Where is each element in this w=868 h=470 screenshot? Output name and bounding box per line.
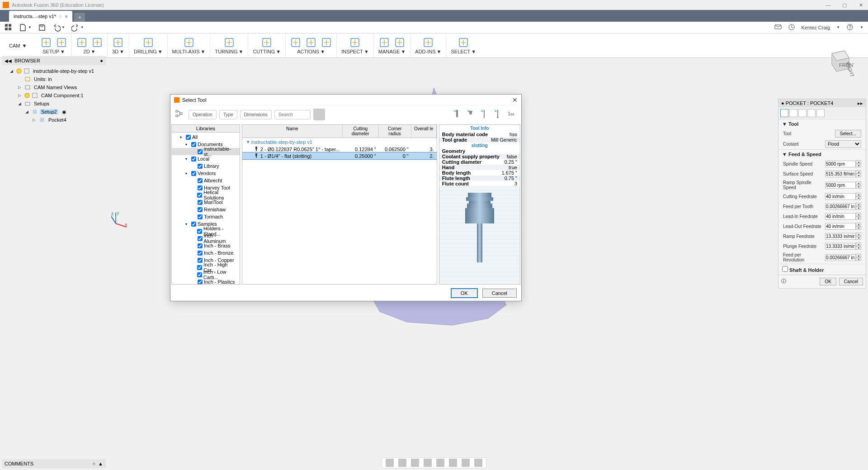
new-tab-button[interactable]: + bbox=[74, 13, 85, 22]
comments-caret-icon[interactable]: ▲ bbox=[98, 461, 103, 466]
tree-pocket4[interactable]: ▷Pocket4 bbox=[2, 116, 106, 124]
param-input[interactable] bbox=[825, 182, 856, 189]
ribbon-icon[interactable] bbox=[184, 37, 194, 48]
library-checkbox[interactable] bbox=[198, 164, 203, 169]
spin-up[interactable]: ▴ bbox=[856, 223, 861, 226]
help-icon[interactable]: ? bbox=[846, 24, 854, 32]
ribbon-icon[interactable] bbox=[261, 37, 272, 48]
tab-geometry[interactable] bbox=[789, 109, 797, 117]
param-input[interactable] bbox=[825, 243, 856, 250]
tree-units[interactable]: Units: in bbox=[2, 75, 106, 83]
clear-filters-button[interactable] bbox=[313, 109, 325, 120]
view-cube[interactable]: FRONT RIGHT bbox=[823, 45, 854, 77]
library-item[interactable]: ▾Vendors bbox=[172, 170, 240, 177]
ribbon-icon[interactable] bbox=[92, 37, 103, 48]
select-tool-button[interactable]: Select... bbox=[835, 130, 861, 138]
pan-icon[interactable] bbox=[411, 459, 419, 467]
ribbon-icon[interactable] bbox=[394, 37, 405, 48]
spin-up[interactable]: ▴ bbox=[856, 170, 861, 174]
spin-up[interactable]: ▴ bbox=[856, 233, 861, 236]
library-item[interactable]: Inch - Low Carb... bbox=[172, 271, 240, 278]
library-checkbox[interactable] bbox=[198, 214, 203, 219]
display-icon[interactable] bbox=[449, 459, 457, 467]
library-checkbox[interactable] bbox=[197, 229, 202, 234]
library-item[interactable]: Tormach bbox=[172, 213, 240, 220]
param-input[interactable] bbox=[825, 223, 856, 230]
spin-down[interactable]: ▾ bbox=[856, 257, 861, 261]
ribbon-icon[interactable] bbox=[113, 37, 123, 48]
col-corner-radius[interactable]: Corner radius bbox=[379, 125, 411, 138]
ribbon-icon[interactable] bbox=[423, 37, 434, 48]
ribbon-group-3d[interactable]: 3D▼ bbox=[108, 33, 129, 57]
ribbon-group-actions[interactable]: ACTIONS▼ bbox=[286, 33, 337, 57]
spin-down[interactable]: ▾ bbox=[856, 174, 861, 177]
spin-down[interactable]: ▾ bbox=[856, 246, 861, 250]
col-cutting-diameter[interactable]: Cutting diameter bbox=[343, 125, 379, 138]
window-maximize[interactable]: ▢ bbox=[840, 2, 849, 8]
library-checkbox[interactable] bbox=[197, 265, 202, 270]
panel-expand-icon[interactable]: ▸▸ bbox=[858, 100, 863, 106]
ribbon-group-multi-axis[interactable]: MULTI-AXIS▼ bbox=[168, 33, 211, 57]
tab-passes[interactable] bbox=[807, 109, 816, 117]
ribbon-group-add-ins[interactable]: ADD-INS▼ bbox=[410, 33, 446, 57]
tree-component[interactable]: ▷CAM Component:1 bbox=[2, 91, 106, 100]
section-tool[interactable]: ▼ Tool bbox=[778, 119, 866, 128]
user-name[interactable]: Kentez Craig bbox=[802, 25, 830, 30]
save-button[interactable] bbox=[38, 24, 46, 32]
ribbon-icon[interactable] bbox=[379, 37, 390, 48]
library-item[interactable]: Inch - Bronze bbox=[172, 249, 240, 256]
tree-setups[interactable]: ◢Setups bbox=[2, 100, 106, 108]
browser-header[interactable]: ◀◀ BROWSER ● bbox=[2, 56, 106, 65]
window-close[interactable]: ✕ bbox=[856, 2, 865, 8]
new-mill-tool-icon[interactable]: + bbox=[453, 108, 462, 121]
library-item[interactable]: Inch - Aluminum bbox=[172, 235, 240, 242]
spin-down[interactable]: ▾ bbox=[856, 196, 861, 200]
ribbon-icon[interactable] bbox=[290, 37, 301, 48]
ribbon-group-2d[interactable]: 2D▼ bbox=[72, 33, 108, 57]
tab-heights[interactable] bbox=[798, 109, 807, 117]
param-input[interactable] bbox=[825, 213, 856, 220]
visibility-icon[interactable] bbox=[24, 93, 30, 98]
new-probe-icon[interactable]: + bbox=[493, 108, 502, 121]
comments-expand-icon[interactable]: ○ bbox=[92, 461, 95, 466]
tool-group[interactable]: ▾instructable-step-by-step v1 bbox=[242, 138, 437, 146]
param-input[interactable] bbox=[825, 193, 856, 200]
visibility-icon[interactable] bbox=[16, 68, 22, 74]
library-item[interactable]: ▾All bbox=[172, 133, 240, 141]
spin-up[interactable]: ▴ bbox=[856, 181, 861, 185]
grid-icon[interactable] bbox=[462, 459, 470, 467]
tab-linking[interactable] bbox=[816, 109, 825, 117]
library-checkbox[interactable] bbox=[198, 200, 203, 205]
fit-icon[interactable] bbox=[436, 459, 444, 467]
pocket-cancel-button[interactable]: Cancel bbox=[839, 278, 863, 285]
tree-setup2[interactable]: ◢Setup2◉ bbox=[2, 108, 106, 116]
library-checkbox[interactable] bbox=[191, 157, 196, 161]
workspace-switcher[interactable]: CAM▼ bbox=[9, 43, 36, 48]
ribbon-icon[interactable] bbox=[76, 37, 87, 48]
comments-bar[interactable]: COMMENTS ○ ▲ bbox=[2, 459, 106, 468]
section-shaft-holder[interactable]: Shaft & Holder bbox=[778, 264, 866, 275]
tab-tool[interactable] bbox=[780, 109, 788, 117]
tree-view-icon[interactable] bbox=[173, 108, 186, 121]
spin-up[interactable]: ▴ bbox=[856, 254, 861, 257]
library-checkbox[interactable] bbox=[198, 207, 203, 212]
filter-dimensions[interactable]: Dimensions bbox=[240, 110, 272, 119]
data-panel-button[interactable] bbox=[5, 24, 13, 32]
library-checkbox[interactable] bbox=[197, 193, 202, 198]
orbit-icon[interactable] bbox=[386, 459, 394, 467]
param-input[interactable] bbox=[825, 254, 856, 261]
library-checkbox[interactable] bbox=[191, 171, 196, 176]
col-name[interactable]: Name bbox=[242, 125, 343, 138]
ribbon-group-turning[interactable]: TURNING▼ bbox=[210, 33, 248, 57]
new-turn-tool-icon[interactable]: + bbox=[480, 108, 489, 121]
new-holder-icon[interactable]: + bbox=[466, 108, 475, 121]
tab-close-icon[interactable]: × bbox=[65, 13, 68, 20]
library-checkbox[interactable] bbox=[197, 272, 202, 277]
spin-up[interactable]: ▴ bbox=[856, 193, 861, 196]
viewports-icon[interactable] bbox=[474, 459, 482, 467]
library-checkbox[interactable] bbox=[198, 178, 203, 183]
spin-up[interactable]: ▴ bbox=[856, 242, 861, 246]
spin-down[interactable]: ▾ bbox=[856, 206, 861, 210]
ribbon-icon[interactable] bbox=[306, 37, 316, 48]
spin-down[interactable]: ▾ bbox=[856, 236, 861, 240]
